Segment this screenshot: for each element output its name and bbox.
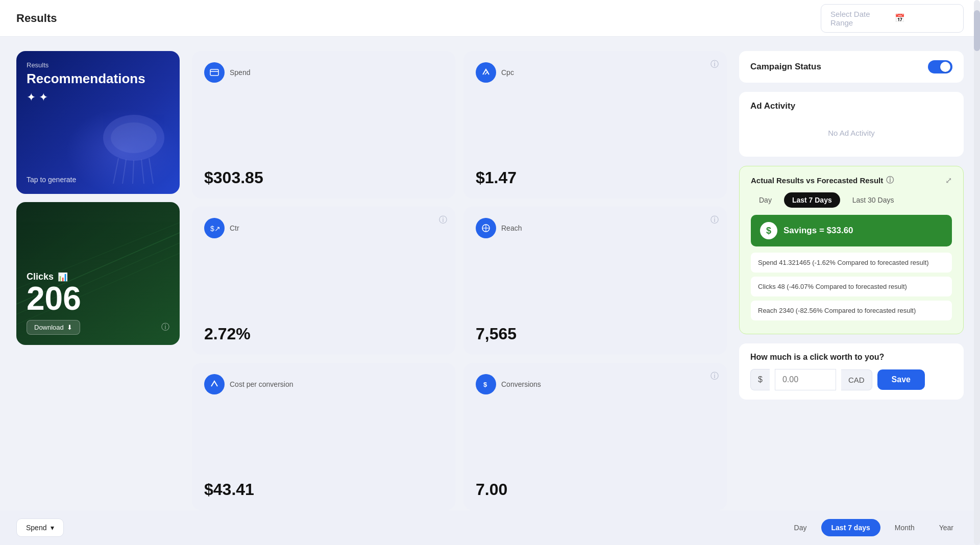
campaign-status-toggle[interactable] [928,60,952,73]
metric-reach: ⓘ Reach 7,565 [463,207,727,354]
forecasted-panel: Actual Results vs Forecasted Result ⓘ ⤢ … [739,166,964,334]
click-worth-title: How much is a click worth to you? [750,353,952,362]
conversions-value: 7.00 [476,480,715,499]
svg-line-2 [113,158,118,184]
conversions-label: Conversions [501,380,541,388]
metric-conversions: ⓘ $ Conversions 7.00 [463,363,727,510]
metric-spend: Spend $303.85 [192,51,455,199]
period-btn-month[interactable]: Month [885,519,925,536]
calendar-icon: 📅 [895,13,954,23]
left-column: Results Recommendations ✦ ✦ Tap to gener… [16,51,180,510]
forecast-row-spend: Spend 41.321465 (-1.62% Compared to fore… [751,253,952,272]
page-title: Results [16,12,57,25]
reach-value: 7,565 [476,325,715,343]
forecasted-title: Actual Results vs Forecasted Result ⓘ [751,176,894,185]
reach-label: Reach [501,224,522,232]
svg-line-4 [133,160,134,184]
metric-cpc: ⓘ Cpc $1.47 [463,51,727,199]
ctr-info-icon[interactable]: ⓘ [439,215,447,226]
spend-value: $303.85 [204,168,443,187]
clicks-decoration [16,202,180,345]
svg-line-7 [16,233,180,304]
right-panel: Campaign Status Ad Activity No Ad Activi… [739,51,964,510]
save-button[interactable]: Save [877,369,925,390]
tab-last7days[interactable]: Last 7 Days [784,192,840,208]
cost-per-conversion-value: $43.41 [204,480,443,499]
clicks-card: Clicks 📊 206 Download ⬇ ⓘ [16,202,180,345]
click-worth-panel: How much is a click worth to you? $ CAD … [739,343,964,400]
savings-badge: $ Savings = $33.60 [751,215,952,246]
period-btn-year[interactable]: Year [929,519,964,536]
svg-line-10 [16,253,180,325]
no-ad-activity-text: No Ad Activity [750,118,952,147]
rec-card-title: Recommendations [27,71,169,87]
cpc-label: Cpc [501,68,514,77]
rec-card-label: Results [27,61,169,69]
forecast-row-reach: Reach 2340 (-82.56% Compared to forecast… [751,301,952,320]
campaign-status-label: Campaign Status [750,62,821,72]
date-range-placeholder: Select Date Range [830,10,890,27]
ctr-icon: $↗ [204,218,225,238]
savings-text: Savings = $33.60 [783,226,853,236]
recommendations-card[interactable]: Results Recommendations ✦ ✦ Tap to gener… [16,51,180,194]
spend-label: Spend [230,68,250,77]
scrollbar[interactable] [974,37,980,510]
jellyfish-svg [93,112,175,184]
date-range-input[interactable]: Select Date Range 📅 [821,4,964,33]
ctr-label: Ctr [230,224,239,232]
external-link-icon[interactable]: ⤢ [945,176,952,185]
tab-last30days[interactable]: Last 30 Days [844,192,902,208]
reach-icon [476,218,496,238]
metric-cost-per-conversion: Cost per conversion $43.41 [192,363,455,510]
ctr-value: 2.72% [204,325,443,343]
metric-select-dropdown[interactable]: Spend ▾ [16,518,64,537]
header: Results Select Date Range 📅 [0,0,980,37]
click-worth-input-row: $ CAD Save [750,369,952,390]
svg-line-5 [141,159,144,184]
dropdown-chevron-icon: ▾ [51,524,54,532]
scrollbar-thumb [974,37,980,51]
conversions-icon: $ [476,374,496,394]
period-tabs: Day Last 7 Days Last 30 Days [751,192,952,208]
main-content: Results Recommendations ✦ ✦ Tap to gener… [0,37,980,510]
period-btn-last7days[interactable]: Last 7 days [821,519,880,536]
cpc-icon [476,62,496,83]
metric-select-label: Spend [26,524,46,532]
cpc-value: $1.47 [476,168,715,187]
click-worth-input[interactable] [775,369,836,390]
svg-line-3 [122,159,126,184]
svg-text:$↗: $↗ [210,225,219,233]
bottom-bar: Spend ▾ Day Last 7 days Month Year [0,510,980,545]
metrics-grid: Spend $303.85 ⓘ Cpc $1.47 ⓘ [192,51,727,510]
svg-line-6 [149,158,153,184]
cpc-info-icon[interactable]: ⓘ [710,59,719,70]
ad-activity-title: Ad Activity [750,101,952,111]
campaign-status-row: Campaign Status [739,51,964,83]
spend-icon [204,62,225,83]
toggle-knob [940,62,950,72]
page-wrapper: Results Select Date Range 📅 Results Reco… [0,0,980,545]
ad-activity-panel: Ad Activity No Ad Activity [739,92,964,157]
svg-text:$: $ [483,381,487,388]
svg-rect-11 [210,69,218,76]
tab-day[interactable]: Day [751,192,780,208]
reach-info-icon[interactable]: ⓘ [710,215,719,226]
forecasted-info-icon[interactable]: ⓘ [886,176,894,185]
conversions-info-icon[interactable]: ⓘ [710,371,719,382]
savings-dollar-icon: $ [760,222,777,239]
dollar-prefix: $ [750,369,770,390]
cost-per-conversion-icon [204,374,225,394]
forecast-row-clicks: Clicks 48 (-46.07% Compared to forecaste… [751,277,952,296]
cad-suffix: CAD [841,369,872,390]
cost-per-conversion-label: Cost per conversion [230,380,293,388]
period-buttons: Day Last 7 days Month Year [784,519,964,536]
rec-sparkle: ✦ ✦ [27,91,169,104]
svg-point-1 [111,122,157,153]
period-btn-day[interactable]: Day [784,519,817,536]
metric-ctr: ⓘ $↗ Ctr 2.72% [192,207,455,354]
